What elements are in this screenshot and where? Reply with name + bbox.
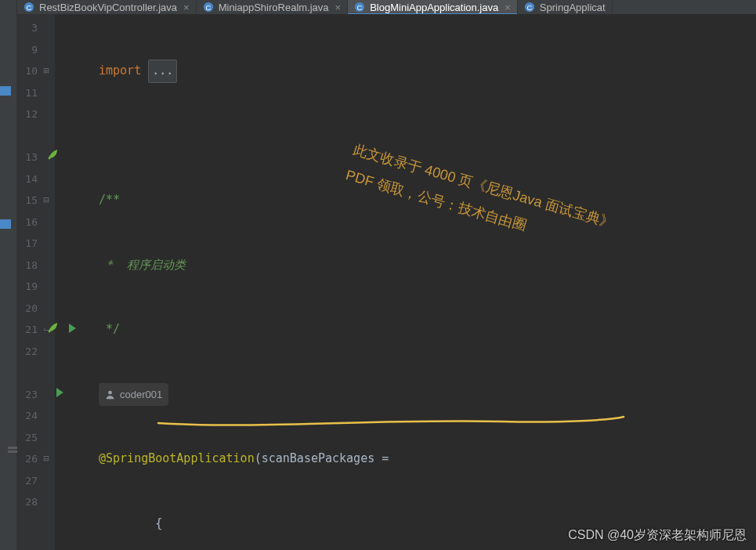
line-number: 26: [22, 448, 38, 470]
line-number: 23: [22, 384, 38, 406]
tab-label: RestBizBookVipController.java: [39, 2, 177, 13]
svg-text:C: C: [357, 3, 363, 12]
resize-handle[interactable]: [8, 447, 17, 449]
line-number: 28: [22, 491, 38, 513]
line-number: 15: [22, 190, 38, 212]
fold-icon-minus[interactable]: ⊟: [41, 190, 52, 212]
editor-tab-bar: C RestBizBookVipController.java × C Mini…: [17, 0, 756, 14]
author-tag[interactable]: coder001: [99, 383, 168, 407]
line-number: 20: [22, 298, 38, 320]
resize-handle-2[interactable]: [8, 450, 17, 453]
code-line: ⌙ */: [99, 319, 566, 341]
code-line: ⊞import ...: [99, 60, 566, 82]
tab-label: BlogMiniAppApplication.java: [370, 2, 498, 13]
csdn-watermark: CSDN @40岁资深老架构师尼恩: [568, 527, 747, 544]
marker-1: [0, 86, 11, 96]
code-line: {: [99, 513, 566, 535]
code-line: ⊟/**: [99, 190, 566, 212]
tab-miniappshiro[interactable]: C MiniappShiroRealm.java ×: [197, 0, 349, 14]
tab-label: SpringApplicat: [540, 2, 606, 13]
line-number: 10: [22, 60, 38, 82]
code-area[interactable]: ⊞import ... ⊟/** * 程序启动类 ⌙ */ coder001 ⊟…: [55, 14, 566, 550]
line-number: [22, 362, 38, 384]
svg-text:C: C: [526, 3, 532, 12]
left-tool-column: [0, 0, 17, 550]
line-number: 11: [22, 82, 38, 104]
line-number: [22, 125, 38, 147]
line-number: 22: [22, 341, 38, 363]
line-number: 12: [22, 103, 38, 125]
svg-point-10: [108, 390, 112, 394]
author-annotation: coder001: [99, 384, 566, 406]
tab-blogminiapp[interactable]: C BlogMiniAppApplication.java ×: [348, 0, 518, 14]
line-number: 14: [22, 168, 38, 190]
code-line: ⊟@SpringBootApplication(scanBasePackages…: [99, 448, 566, 470]
java-class-icon: C: [24, 2, 34, 13]
line-number: 17: [22, 233, 38, 255]
marker-2: [0, 219, 11, 229]
code-editor[interactable]: 3 9 10 11 12 13 14 15 16 17 18 19 20 21 …: [17, 14, 756, 550]
svg-point-8: [49, 157, 51, 160]
tab-springapp[interactable]: C SpringApplicat: [518, 0, 613, 14]
close-icon[interactable]: ×: [335, 2, 342, 13]
folded-region[interactable]: ...: [148, 60, 177, 83]
line-number: 24: [22, 405, 38, 427]
fold-icon-plus[interactable]: ⊞: [41, 60, 52, 82]
line-number: 9: [22, 39, 38, 61]
svg-text:C: C: [205, 3, 211, 12]
close-icon[interactable]: ×: [505, 2, 511, 13]
java-class-icon: C: [203, 2, 214, 13]
java-class-icon: C: [524, 2, 535, 13]
code-line: * 程序启动类: [99, 255, 566, 277]
code-line: [99, 125, 566, 147]
line-number: 25: [22, 427, 38, 449]
tab-label: MiniappShiroRealm.java: [219, 2, 329, 13]
fold-icon-minus[interactable]: ⊟: [41, 448, 52, 470]
line-number: 27: [22, 470, 38, 492]
close-icon[interactable]: ×: [183, 2, 190, 13]
line-number: 21: [22, 319, 38, 341]
line-number: 16: [22, 212, 38, 233]
line-number: 18: [22, 255, 38, 277]
line-number: 3: [22, 17, 38, 39]
line-number: 13: [22, 147, 38, 168]
fold-end-icon[interactable]: ⌙: [41, 319, 52, 341]
java-class-icon: C: [354, 2, 365, 13]
user-icon: [105, 389, 115, 400]
line-number: 19: [22, 276, 38, 298]
svg-text:C: C: [27, 3, 32, 12]
tab-restbizbook[interactable]: C RestBizBookVipController.java ×: [17, 0, 197, 14]
